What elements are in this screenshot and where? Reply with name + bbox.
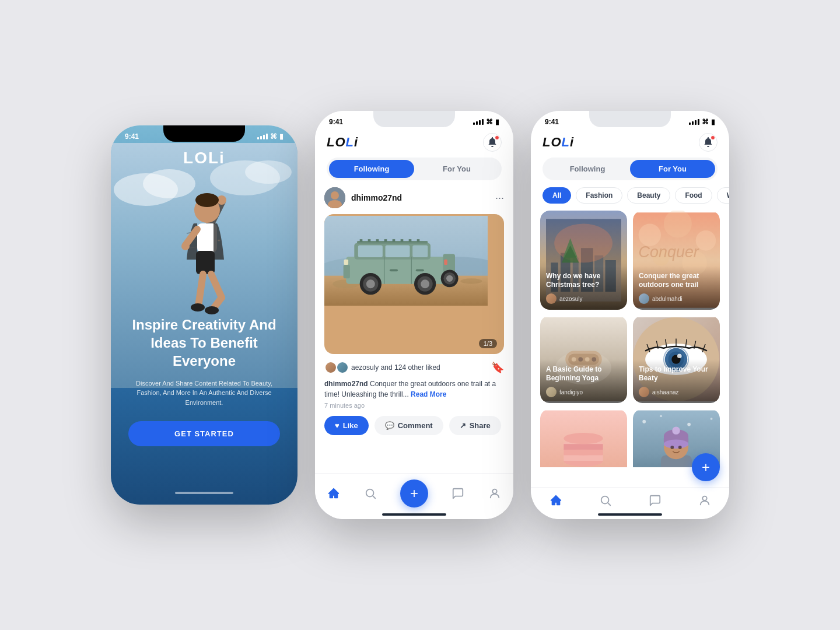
discovery-nav-messages[interactable]: [648, 494, 662, 508]
svg-rect-48: [390, 269, 398, 271]
status-icons-3: ⌘ ▮: [689, 118, 715, 126]
svg-line-64: [372, 496, 375, 499]
signal-icon-2: [473, 119, 484, 125]
feed-tab-switcher: Following For You: [327, 158, 502, 180]
share-button[interactable]: ↗ Share: [449, 416, 501, 435]
card-4-author: aishaanaz: [639, 387, 714, 397]
discovery-nav-home[interactable]: [549, 494, 563, 508]
status-icons-1: ⌘ ▮: [257, 132, 284, 141]
heart-icon: ♥: [335, 421, 340, 430]
svg-point-78: [664, 211, 692, 238]
svg-rect-50: [344, 265, 350, 278]
nav-messages[interactable]: [451, 487, 465, 501]
svg-point-77: [639, 224, 661, 246]
discovery-nav-search[interactable]: [598, 494, 612, 508]
fab-plus-icon: +: [702, 460, 710, 474]
svg-point-8: [195, 193, 219, 207]
chip-beauty[interactable]: Beauty: [627, 187, 670, 204]
bottom-nav-2: +: [315, 473, 513, 519]
notification-bell[interactable]: [483, 133, 502, 152]
nav-profile[interactable]: [488, 487, 502, 501]
get-started-button[interactable]: GET STARTED: [128, 421, 280, 446]
svg-point-4: [245, 160, 292, 184]
liker-avatar-1: [324, 361, 337, 374]
card-3-overlay: A Basic Guide to Beginning Yoga fandigiy…: [540, 359, 627, 403]
svg-point-59: [421, 279, 429, 288]
grid-card-4[interactable]: Tips to Improve Your Beaty aishaanaz: [633, 316, 720, 403]
svg-rect-45: [412, 245, 428, 257]
post-time: 7 minutes ago: [324, 402, 504, 409]
svg-point-126: [670, 446, 674, 449]
home-icon: [327, 487, 340, 500]
svg-point-98: [677, 354, 682, 358]
card-4-overlay: Tips to Improve Your Beaty aishaanaz: [633, 359, 720, 403]
comment-icon: 💬: [385, 421, 394, 430]
svg-point-79: [696, 230, 716, 251]
comment-button[interactable]: 💬 Comment: [374, 416, 443, 435]
discovery-fab[interactable]: +: [692, 453, 720, 481]
nav-search[interactable]: [363, 487, 377, 501]
grid-card-3[interactable]: A Basic Guide to Beginning Yoga fandigiy…: [540, 316, 627, 403]
for-you-tab[interactable]: For You: [414, 160, 499, 178]
nav-home[interactable]: [327, 487, 341, 501]
card-3-author: fandigiyo: [546, 387, 621, 397]
svg-point-116: [642, 420, 646, 424]
grid-card-2[interactable]: Conquer Conquer the great outdoors one t…: [633, 211, 720, 310]
fab-add-button[interactable]: +: [400, 480, 428, 508]
chip-fashion[interactable]: Fashion: [576, 187, 622, 204]
svg-rect-15: [196, 251, 215, 274]
post-username: dhimmo27nd: [351, 193, 402, 202]
following-tab[interactable]: Following: [329, 160, 414, 178]
grid-card-1[interactable]: Why do we have Christmas tree? aezosuly: [540, 211, 627, 310]
likes-avatars: aezosuly and 124 other liked: [324, 361, 440, 374]
post-actions: ♥ Like 💬 Comment ↗ Share: [324, 416, 504, 435]
svg-rect-44: [386, 245, 410, 257]
phone-notch-1: [163, 125, 245, 142]
card-4-avatar: [639, 387, 649, 397]
battery-icon-1: ▮: [279, 132, 284, 141]
chip-all[interactable]: All: [542, 187, 571, 204]
svg-rect-39: [393, 239, 396, 242]
wifi-icon-3: ⌘: [702, 118, 709, 126]
discovery-nav-profile[interactable]: [698, 494, 712, 508]
discovery-profile-icon: [698, 494, 711, 507]
svg-rect-49: [416, 269, 424, 271]
svg-point-23: [331, 191, 339, 200]
bookmark-button[interactable]: 🔖: [491, 361, 504, 374]
svg-point-31: [460, 278, 482, 284]
splash-logo: LOLi: [183, 149, 225, 167]
chip-wellness[interactable]: Wel...: [717, 187, 729, 204]
grid-card-5[interactable]: [540, 409, 627, 467]
svg-rect-36: [368, 239, 371, 242]
discovery-following-tab[interactable]: Following: [545, 160, 630, 178]
svg-line-129: [607, 503, 610, 506]
phone-notch-2: [373, 111, 455, 127]
phones-container: 9:41 ⌘ ▮: [111, 111, 729, 519]
card-2-avatar: [639, 293, 649, 304]
splash-content: ✦ LOLi Inspire Creativity And Ideas To B…: [111, 143, 298, 499]
discovery-home-icon: [550, 494, 562, 507]
discovery-header: LOLi: [531, 128, 729, 158]
post-card: dhimmo27nd ···: [315, 187, 513, 435]
like-button[interactable]: ♥ Like: [324, 416, 369, 435]
status-icons-2: ⌘ ▮: [473, 118, 499, 126]
signal-icon-3: [689, 119, 699, 125]
discovery-for-you-tab[interactable]: For You: [630, 160, 715, 178]
image-counter: 1/3: [479, 339, 497, 348]
home-indicator-1: [175, 492, 233, 494]
post-menu-button[interactable]: ···: [495, 192, 504, 204]
card-2-author-name: abdulmahdi: [652, 296, 682, 302]
post-image: 1/3: [324, 214, 504, 354]
plus-icon: +: [410, 487, 418, 501]
svg-point-125: [672, 426, 680, 434]
read-more-link[interactable]: Read More: [411, 390, 446, 398]
discovery-bell[interactable]: [699, 133, 718, 152]
phone-notch-3: [589, 111, 671, 127]
svg-rect-53: [444, 260, 447, 265]
svg-line-16: [198, 274, 203, 306]
chip-food[interactable]: Food: [675, 187, 712, 204]
time-3: 9:41: [545, 118, 559, 126]
time-2: 9:41: [329, 118, 343, 126]
caption-username: dhimmo27nd: [324, 380, 368, 388]
splash-headline: Inspire Creativity And Ideas To Benefit …: [128, 316, 280, 370]
